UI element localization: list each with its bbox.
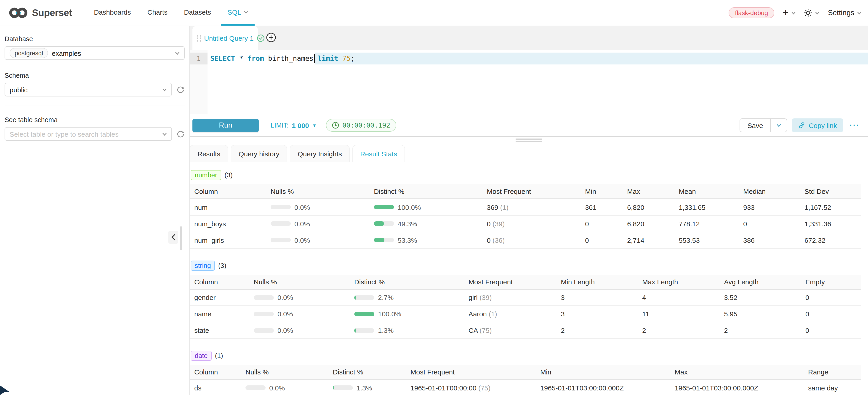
most-frequent-count: (75) xyxy=(476,384,491,392)
column-header: Max Length xyxy=(638,275,719,289)
schema-select[interactable]: public xyxy=(5,83,172,96)
query-tab-title: Untitled Query 1 xyxy=(204,34,254,42)
stat-value-cell: 2,714 xyxy=(623,232,674,248)
table-select[interactable]: Select table or type to search tables xyxy=(5,127,172,141)
drag-handle-icon[interactable] xyxy=(197,35,201,41)
add-query-tab-button[interactable] xyxy=(266,32,276,44)
run-button[interactable]: Run xyxy=(192,119,259,132)
refresh-tables-icon[interactable] xyxy=(177,130,185,138)
percent-cell: 0.0% xyxy=(249,289,350,306)
table-header-row: ColumnNulls %Distinct %Most FrequentMin … xyxy=(190,275,861,289)
theme-toggle[interactable] xyxy=(804,9,819,17)
scrollbar-thumb[interactable] xyxy=(180,226,182,250)
nav-item-sql[interactable]: SQL xyxy=(221,0,255,26)
limit-value: 1 000 xyxy=(292,121,309,129)
column-header: Min xyxy=(581,184,623,199)
stat-value-cell: 1965-01-01T03:00:00.000Z xyxy=(536,379,670,395)
percent-label: 2.7% xyxy=(378,294,394,302)
percent-cell: 0.0% xyxy=(266,215,369,232)
nav-item-dashboards[interactable]: Dashboards xyxy=(88,0,137,26)
navbar-right: flask-debug + Settings xyxy=(728,7,862,18)
percent-cell: 0.0% xyxy=(241,379,328,395)
brand-name: Superset xyxy=(32,7,72,18)
progress-bar xyxy=(254,295,274,300)
resize-grip[interactable] xyxy=(190,137,868,144)
most-frequent-count: (36) xyxy=(491,236,505,244)
sun-icon xyxy=(804,9,812,17)
superset-brand[interactable]: Superset xyxy=(8,6,72,19)
sql-keyword: SELECT xyxy=(210,54,235,63)
progress-bar xyxy=(271,205,291,210)
percent-cell: 49.3% xyxy=(369,215,482,232)
table-select-placeholder: Select table or type to search tables xyxy=(9,130,119,138)
main-nav: DashboardsChartsDatasetsSQL xyxy=(84,0,255,26)
percent-cell: 100.0% xyxy=(350,306,464,322)
column-name-cell: gender xyxy=(190,289,249,306)
stat-value-cell: 3.52 xyxy=(719,289,801,306)
tab-results[interactable]: Results xyxy=(190,145,228,162)
most-frequent-value: 369 xyxy=(487,204,498,211)
progress-bar xyxy=(374,205,394,210)
most-frequent-count: (1) xyxy=(498,204,508,211)
column-header: Nulls % xyxy=(241,365,328,379)
progress-bar xyxy=(374,221,394,226)
tab-query-insights[interactable]: Query Insights xyxy=(290,145,349,162)
stat-value-cell: 2 xyxy=(638,322,719,338)
text-cursor xyxy=(314,54,315,63)
sql-code-editor[interactable]: 1 SELECT * from birth_nameslimit 75; xyxy=(190,50,868,114)
save-options-button[interactable] xyxy=(770,119,787,132)
table-row: ds0.0%1.3%1965-01-01T00:00:00 (75)1965-0… xyxy=(190,379,861,395)
plus-icon: + xyxy=(783,8,789,18)
nav-item-charts[interactable]: Charts xyxy=(141,0,174,26)
column-count: (3) xyxy=(224,172,232,179)
tab-result-stats[interactable]: Result Stats xyxy=(352,145,405,162)
more-actions-button[interactable]: ··· xyxy=(848,121,862,129)
line-number: 1 xyxy=(190,53,208,64)
column-header: Most Frequent xyxy=(464,275,556,289)
limit-dropdown[interactable]: LIMIT: 1 000 ▼ xyxy=(271,121,317,129)
table-row: name0.0%100.0%Aaron (1)3115.950 xyxy=(190,306,861,322)
chevron-left-icon xyxy=(171,234,175,241)
most-frequent-cell: 1965-01-01T00:00:00 (75) xyxy=(406,379,536,395)
type-badge-date: date xyxy=(191,351,212,361)
date-stats-table: ColumnNulls %Distinct %Most FrequentMinM… xyxy=(190,365,861,395)
chevron-down-icon xyxy=(175,52,180,55)
percent-label: 100.0% xyxy=(398,204,421,211)
string-stats-table: ColumnNulls %Distinct %Most FrequentMin … xyxy=(190,275,861,339)
percent-label: 0.0% xyxy=(294,204,310,211)
stat-value-cell: 778.12 xyxy=(674,215,739,232)
tab-query-history[interactable]: Query history xyxy=(231,145,287,162)
new-item-button[interactable]: + xyxy=(783,8,796,18)
chevron-down-icon xyxy=(857,11,862,14)
query-tab[interactable]: Untitled Query 1 ✕ xyxy=(192,26,258,50)
table-row: num_girls0.0%53.3%0 (36)02,714553.533866… xyxy=(190,232,861,248)
environment-badge: flask-debug xyxy=(728,7,775,18)
column-header: Range xyxy=(804,365,861,379)
database-select[interactable]: postgresql examples xyxy=(5,46,185,60)
stat-section-number: number(3)ColumnNulls %Distinct %Most Fre… xyxy=(190,170,861,248)
refresh-schema-icon[interactable] xyxy=(177,86,185,94)
stat-value-cell: 1,167.52 xyxy=(800,199,861,215)
settings-menu[interactable]: Settings xyxy=(828,9,862,17)
stat-value-cell: 1,331.36 xyxy=(800,215,861,232)
column-header: Column xyxy=(190,184,266,199)
most-frequent-cell: 369 (1) xyxy=(482,199,581,215)
nav-item-datasets[interactable]: Datasets xyxy=(178,0,217,26)
stat-value-cell: 1,331.65 xyxy=(674,199,739,215)
most-frequent-value: 0 xyxy=(487,236,491,244)
percent-label: 53.3% xyxy=(398,236,417,244)
progress-bar xyxy=(354,311,374,316)
superset-sql-lab: Superset DashboardsChartsDatasetsSQL fla… xyxy=(0,0,868,395)
query-toolbar: Run LIMIT: 1 000 ▼ 00:00:00.192 Save xyxy=(190,114,868,137)
column-header: Distinct % xyxy=(369,184,482,199)
save-button[interactable]: Save xyxy=(740,119,770,132)
percent-cell: 1.3% xyxy=(328,379,406,395)
database-name: examples xyxy=(52,49,81,57)
sql-number: 75 xyxy=(342,54,350,63)
column-header: Nulls % xyxy=(249,275,350,289)
database-label: Database xyxy=(5,35,185,42)
most-frequent-value: 0 xyxy=(487,220,491,227)
copy-link-button[interactable]: Copy link xyxy=(792,118,843,132)
editor-code-area[interactable]: SELECT * from birth_nameslimit 75; xyxy=(208,50,868,114)
collapse-sidebar-button[interactable] xyxy=(168,231,178,244)
